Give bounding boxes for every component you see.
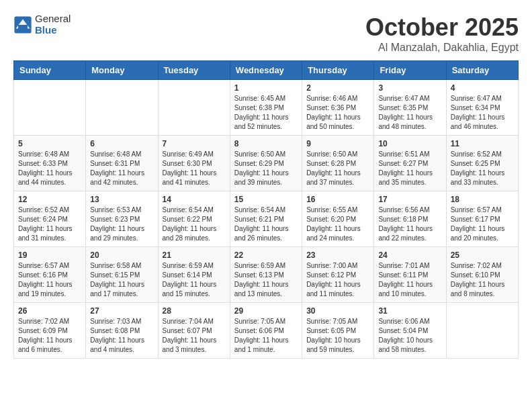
- title-area: October 2025 Al Manzalah, Dakahlia, Egyp…: [365, 13, 519, 54]
- calendar-cell: 18Sunrise: 6:57 AM Sunset: 6:17 PM Dayli…: [446, 191, 518, 247]
- day-info: Sunrise: 7:02 AM Sunset: 6:10 PM Dayligh…: [451, 261, 514, 299]
- month-title: October 2025: [365, 13, 519, 42]
- day-info: Sunrise: 6:06 AM Sunset: 5:04 PM Dayligh…: [378, 317, 441, 355]
- day-number: 24: [378, 250, 441, 260]
- day-number: 2: [306, 83, 369, 93]
- day-number: 15: [234, 195, 298, 204]
- day-number: 1: [234, 83, 298, 93]
- day-number: 22: [234, 250, 298, 260]
- calendar-cell: 14Sunrise: 6:54 AM Sunset: 6:22 PM Dayli…: [158, 191, 230, 247]
- calendar-cell: 12Sunrise: 6:52 AM Sunset: 6:24 PM Dayli…: [14, 191, 86, 247]
- day-number: 8: [234, 139, 298, 148]
- day-number: 29: [234, 306, 298, 316]
- header-friday: Friday: [374, 61, 446, 80]
- week-row-1: 1Sunrise: 6:45 AM Sunset: 6:38 PM Daylig…: [14, 80, 519, 136]
- day-info: Sunrise: 7:05 AM Sunset: 6:05 PM Dayligh…: [306, 317, 369, 355]
- calendar-cell: 24Sunrise: 7:01 AM Sunset: 6:11 PM Dayli…: [374, 247, 446, 303]
- day-number: 7: [163, 139, 226, 148]
- logo-blue-text: Blue: [35, 25, 71, 36]
- day-info: Sunrise: 7:05 AM Sunset: 6:06 PM Dayligh…: [234, 317, 298, 355]
- day-info: Sunrise: 6:54 AM Sunset: 6:21 PM Dayligh…: [234, 205, 298, 243]
- week-row-4: 19Sunrise: 6:57 AM Sunset: 6:16 PM Dayli…: [14, 247, 519, 303]
- day-info: Sunrise: 6:47 AM Sunset: 6:35 PM Dayligh…: [378, 94, 441, 132]
- calendar-cell: 1Sunrise: 6:45 AM Sunset: 6:38 PM Daylig…: [230, 80, 302, 136]
- day-number: 6: [90, 139, 153, 148]
- calendar-cell: [446, 303, 518, 359]
- calendar-cell: 16Sunrise: 6:55 AM Sunset: 6:20 PM Dayli…: [302, 191, 374, 247]
- calendar-cell: [14, 80, 86, 136]
- day-number: 27: [90, 306, 153, 316]
- calendar-cell: 5Sunrise: 6:48 AM Sunset: 6:33 PM Daylig…: [14, 136, 86, 191]
- calendar-cell: 29Sunrise: 7:05 AM Sunset: 6:06 PM Dayli…: [230, 303, 302, 359]
- header-saturday: Saturday: [446, 61, 518, 80]
- calendar-cell: 21Sunrise: 6:59 AM Sunset: 6:14 PM Dayli…: [158, 247, 230, 303]
- day-number: 18: [451, 195, 514, 204]
- logo-icon: [13, 15, 32, 34]
- day-number: 19: [18, 250, 81, 260]
- day-info: Sunrise: 6:46 AM Sunset: 6:36 PM Dayligh…: [306, 94, 369, 132]
- calendar-cell: [158, 80, 230, 136]
- day-number: 31: [378, 306, 441, 316]
- day-info: Sunrise: 6:53 AM Sunset: 6:23 PM Dayligh…: [90, 205, 153, 243]
- header-thursday: Thursday: [302, 61, 374, 80]
- day-info: Sunrise: 6:50 AM Sunset: 6:28 PM Dayligh…: [306, 150, 369, 187]
- day-number: 9: [306, 139, 369, 148]
- day-info: Sunrise: 6:48 AM Sunset: 6:33 PM Dayligh…: [18, 150, 81, 187]
- logo-general-text: General: [35, 13, 71, 25]
- calendar-cell: 26Sunrise: 7:02 AM Sunset: 6:09 PM Dayli…: [14, 303, 86, 359]
- calendar-cell: 8Sunrise: 6:50 AM Sunset: 6:29 PM Daylig…: [230, 136, 302, 191]
- location-title: Al Manzalah, Dakahlia, Egypt: [365, 42, 519, 54]
- calendar-cell: 7Sunrise: 6:49 AM Sunset: 6:30 PM Daylig…: [158, 136, 230, 191]
- day-number: 11: [451, 139, 514, 148]
- logo-text: General Blue: [35, 13, 71, 36]
- day-number: 21: [163, 250, 226, 260]
- day-number: 28: [163, 306, 226, 316]
- day-info: Sunrise: 6:58 AM Sunset: 6:15 PM Dayligh…: [90, 261, 153, 299]
- day-number: 17: [378, 195, 441, 204]
- calendar-cell: 30Sunrise: 7:05 AM Sunset: 6:05 PM Dayli…: [302, 303, 374, 359]
- day-info: Sunrise: 6:52 AM Sunset: 6:25 PM Dayligh…: [451, 150, 514, 187]
- day-info: Sunrise: 6:48 AM Sunset: 6:31 PM Dayligh…: [90, 150, 153, 187]
- day-number: 16: [306, 195, 369, 204]
- calendar-cell: 25Sunrise: 7:02 AM Sunset: 6:10 PM Dayli…: [446, 247, 518, 303]
- day-info: Sunrise: 6:52 AM Sunset: 6:24 PM Dayligh…: [18, 205, 81, 243]
- day-info: Sunrise: 6:59 AM Sunset: 6:14 PM Dayligh…: [163, 261, 226, 299]
- day-info: Sunrise: 7:02 AM Sunset: 6:09 PM Dayligh…: [18, 317, 81, 355]
- calendar-cell: 31Sunrise: 6:06 AM Sunset: 5:04 PM Dayli…: [374, 303, 446, 359]
- header-wednesday: Wednesday: [230, 61, 302, 80]
- day-info: Sunrise: 6:51 AM Sunset: 6:27 PM Dayligh…: [378, 150, 441, 187]
- day-info: Sunrise: 6:50 AM Sunset: 6:29 PM Dayligh…: [234, 150, 298, 187]
- day-info: Sunrise: 7:03 AM Sunset: 6:08 PM Dayligh…: [90, 317, 153, 355]
- week-row-3: 12Sunrise: 6:52 AM Sunset: 6:24 PM Dayli…: [14, 191, 519, 247]
- calendar-cell: 20Sunrise: 6:58 AM Sunset: 6:15 PM Dayli…: [86, 247, 158, 303]
- day-number: 4: [451, 83, 514, 93]
- day-info: Sunrise: 6:54 AM Sunset: 6:22 PM Dayligh…: [163, 205, 226, 243]
- calendar-cell: 22Sunrise: 6:59 AM Sunset: 6:13 PM Dayli…: [230, 247, 302, 303]
- day-number: 23: [306, 250, 369, 260]
- calendar-cell: 11Sunrise: 6:52 AM Sunset: 6:25 PM Dayli…: [446, 136, 518, 191]
- week-row-5: 26Sunrise: 7:02 AM Sunset: 6:09 PM Dayli…: [14, 303, 519, 359]
- calendar-cell: 23Sunrise: 7:00 AM Sunset: 6:12 PM Dayli…: [302, 247, 374, 303]
- logo: General Blue: [13, 13, 71, 36]
- day-number: 12: [18, 195, 81, 204]
- day-info: Sunrise: 6:57 AM Sunset: 6:17 PM Dayligh…: [451, 205, 514, 243]
- day-number: 5: [18, 139, 81, 148]
- day-number: 14: [163, 195, 226, 204]
- calendar-cell: 15Sunrise: 6:54 AM Sunset: 6:21 PM Dayli…: [230, 191, 302, 247]
- calendar-cell: 2Sunrise: 6:46 AM Sunset: 6:36 PM Daylig…: [302, 80, 374, 136]
- calendar-cell: 17Sunrise: 6:56 AM Sunset: 6:18 PM Dayli…: [374, 191, 446, 247]
- day-info: Sunrise: 7:01 AM Sunset: 6:11 PM Dayligh…: [378, 261, 441, 299]
- calendar-header-row: SundayMondayTuesdayWednesdayThursdayFrid…: [14, 61, 519, 80]
- day-info: Sunrise: 6:47 AM Sunset: 6:34 PM Dayligh…: [451, 94, 514, 132]
- day-number: 20: [90, 250, 153, 260]
- calendar-cell: 6Sunrise: 6:48 AM Sunset: 6:31 PM Daylig…: [86, 136, 158, 191]
- day-info: Sunrise: 6:49 AM Sunset: 6:30 PM Dayligh…: [163, 150, 226, 187]
- svg-rect-2: [18, 25, 28, 30]
- day-number: 10: [378, 139, 441, 148]
- header: General Blue October 2025 Al Manzalah, D…: [13, 13, 519, 54]
- calendar-cell: 4Sunrise: 6:47 AM Sunset: 6:34 PM Daylig…: [446, 80, 518, 136]
- calendar-cell: 9Sunrise: 6:50 AM Sunset: 6:28 PM Daylig…: [302, 136, 374, 191]
- calendar-cell: 13Sunrise: 6:53 AM Sunset: 6:23 PM Dayli…: [86, 191, 158, 247]
- day-info: Sunrise: 6:45 AM Sunset: 6:38 PM Dayligh…: [234, 94, 298, 132]
- day-info: Sunrise: 6:56 AM Sunset: 6:18 PM Dayligh…: [378, 205, 441, 243]
